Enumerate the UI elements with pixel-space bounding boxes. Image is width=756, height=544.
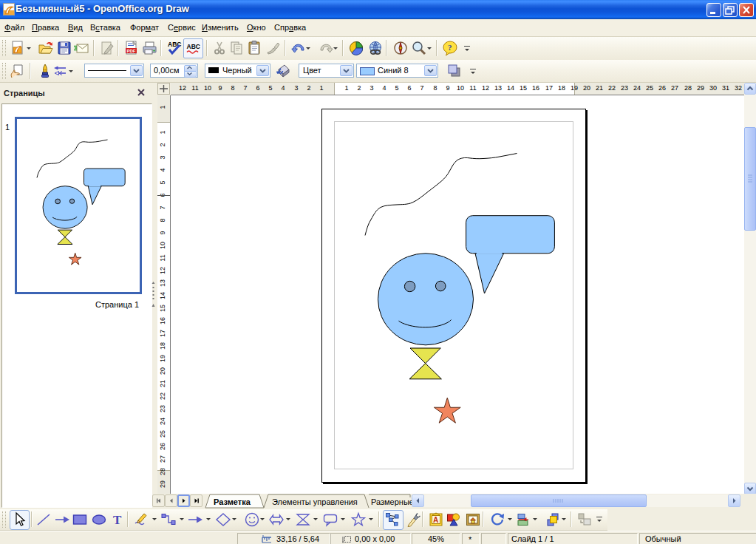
svg-text:ABC: ABC [187, 43, 200, 50]
svg-text:?: ? [448, 43, 452, 52]
svg-text:T: T [113, 513, 122, 527]
svg-text:A: A [433, 516, 438, 524]
svg-text:PDF: PDF [127, 49, 136, 53]
